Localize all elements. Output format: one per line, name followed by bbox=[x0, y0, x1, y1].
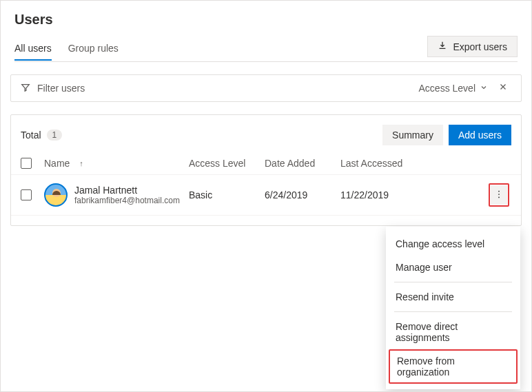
row-context-menu: Change access level Manage user Resend i… bbox=[386, 227, 520, 389]
user-access-level: Basic bbox=[189, 189, 265, 200]
close-icon bbox=[498, 82, 508, 94]
download-icon bbox=[438, 41, 447, 52]
col-date-added-header[interactable]: Date Added bbox=[265, 158, 340, 169]
col-name-header[interactable]: Name ↑ bbox=[44, 158, 189, 169]
menu-separator bbox=[394, 311, 512, 312]
svg-point-1 bbox=[498, 194, 500, 195]
export-users-label: Export users bbox=[453, 41, 507, 52]
total-count: Total 1 bbox=[21, 130, 62, 141]
user-email: fabrikamfiber4@hotmail.com bbox=[74, 196, 180, 205]
menu-resend-invite[interactable]: Resend invite bbox=[386, 285, 520, 309]
svg-point-2 bbox=[498, 196, 500, 198]
total-label: Total bbox=[21, 130, 41, 141]
col-name-label: Name bbox=[44, 158, 70, 169]
user-date-added: 6/24/2019 bbox=[265, 189, 340, 200]
table-row[interactable]: Jamal Hartnett fabrikamfiber4@hotmail.co… bbox=[11, 175, 521, 216]
col-access-header[interactable]: Access Level bbox=[189, 158, 265, 169]
menu-remove-from-organization[interactable]: Remove from organization bbox=[389, 349, 518, 384]
svg-point-0 bbox=[498, 190, 500, 192]
table-header: Name ↑ Access Level Date Added Last Acce… bbox=[11, 152, 521, 175]
clear-filter-button[interactable] bbox=[495, 82, 511, 94]
tab-all-users[interactable]: All users bbox=[14, 37, 52, 61]
filter-bar: Filter users Access Level bbox=[10, 74, 522, 102]
access-level-dropdown[interactable]: Access Level bbox=[419, 83, 488, 94]
filter-input[interactable]: Filter users bbox=[37, 83, 85, 94]
col-last-accessed-header[interactable]: Last Accessed bbox=[340, 158, 487, 169]
row-actions-button[interactable] bbox=[491, 185, 507, 205]
summary-button[interactable]: Summary bbox=[382, 125, 443, 145]
tabs: All users Group rules bbox=[14, 37, 119, 60]
add-users-button[interactable]: Add users bbox=[449, 125, 511, 145]
menu-separator bbox=[394, 282, 512, 282]
chevron-down-icon bbox=[480, 83, 488, 94]
page-title: Users bbox=[14, 12, 518, 28]
user-name: Jamal Hartnett bbox=[74, 185, 180, 196]
menu-remove-direct-assignments[interactable]: Remove direct assignments bbox=[386, 315, 520, 349]
users-panel: Total 1 Summary Add users Name ↑ Access … bbox=[10, 114, 522, 226]
more-vertical-icon bbox=[494, 189, 504, 201]
export-users-button[interactable]: Export users bbox=[427, 36, 518, 57]
select-all-checkbox[interactable] bbox=[21, 158, 32, 169]
menu-manage-user[interactable]: Manage user bbox=[386, 256, 520, 279]
total-badge: 1 bbox=[47, 130, 63, 141]
row-checkbox[interactable] bbox=[21, 189, 32, 200]
user-last-accessed: 11/22/2019 bbox=[340, 189, 487, 200]
sort-ascending-icon: ↑ bbox=[79, 159, 83, 167]
avatar bbox=[44, 183, 68, 207]
menu-change-access-level[interactable]: Change access level bbox=[386, 232, 520, 256]
tab-group-rules[interactable]: Group rules bbox=[68, 37, 119, 60]
filter-icon bbox=[21, 83, 30, 94]
access-level-label: Access Level bbox=[419, 83, 475, 94]
